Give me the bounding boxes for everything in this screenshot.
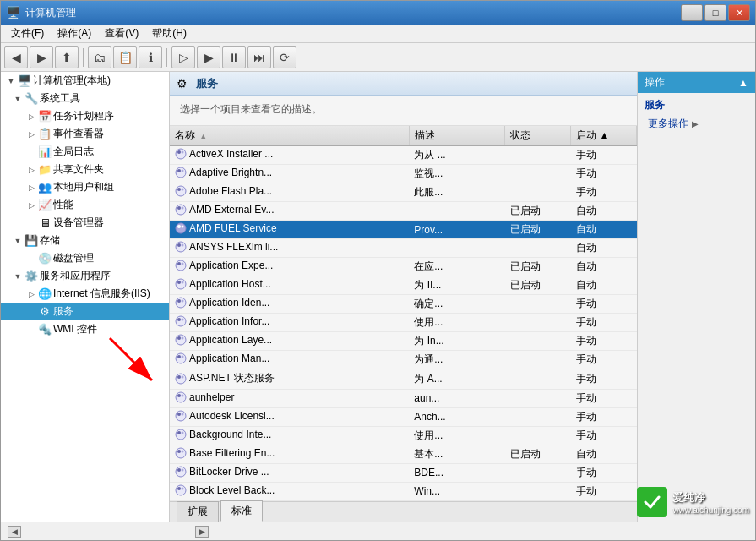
tree-event-viewer[interactable]: ▷ 📋 事件查看器 <box>1 125 169 143</box>
pause-icon: ⏸ <box>228 51 240 64</box>
tree-task-scheduler[interactable]: ▷ 📅 任务计划程序 <box>1 107 169 125</box>
svg-point-28 <box>177 318 181 321</box>
forward-button[interactable]: ▶ <box>30 46 53 68</box>
local-users-icon: 👥 <box>38 181 52 194</box>
tree-storage[interactable]: ▼ 💾 存储 <box>1 232 169 249</box>
service-list[interactable]: 名称 ▲ 描述 状态 启动 ▲ <box>170 126 637 501</box>
table-row[interactable]: aunhelper aun...手动 <box>170 389 637 407</box>
toolbar: ◀ ▶ ⬆ 🗂 📋 ℹ ▷ ▶ ⏸ ⏭ ⟳ <box>1 43 755 72</box>
tree-local-users[interactable]: ▷ 👥 本地用户和组 <box>1 178 169 196</box>
service-status-cell <box>505 183 571 202</box>
service-desc-cell: 为通... <box>409 351 504 369</box>
service-name-cell: Adobe Flash Pla... <box>170 183 409 202</box>
col-header-status[interactable]: 状态 <box>505 126 571 146</box>
table-row[interactable]: Application Laye... 为 In...手动 <box>170 332 637 351</box>
disk-management-icon: 💿 <box>38 252 52 265</box>
table-row[interactable]: Adaptive Brightn... 监视...手动 <box>170 165 637 183</box>
table-header-row: 名称 ▲ 描述 状态 启动 ▲ <box>170 126 637 146</box>
svg-point-40 <box>177 394 181 397</box>
service-status-cell <box>505 389 571 407</box>
svg-point-19 <box>177 262 181 265</box>
tree-disk-management[interactable]: 💿 磁盘管理 <box>1 249 169 267</box>
col-header-desc[interactable]: 描述 <box>409 126 504 146</box>
resume-button[interactable]: ⏭ <box>247 46 271 68</box>
actions-collapse-icon[interactable]: ▲ <box>738 77 748 89</box>
table-row[interactable]: AMD FUEL Service Prov...已启动自动 <box>170 221 637 239</box>
shared-folders-icon: 📁 <box>38 163 52 177</box>
actions-title: 操作 <box>645 75 665 90</box>
menu-view[interactable]: 查看(V) <box>98 25 145 42</box>
col-header-name[interactable]: 名称 ▲ <box>170 126 409 146</box>
show-hide-button[interactable]: 🗂 <box>88 46 111 68</box>
svg-point-27 <box>176 316 186 326</box>
tree-device-manager[interactable]: 🖥 设备管理器 <box>1 214 169 232</box>
service-desc-cell <box>409 202 504 221</box>
service-name-cell: aunhelper <box>170 389 409 407</box>
minimize-button[interactable]: — <box>681 4 703 21</box>
svg-point-11 <box>182 207 184 210</box>
up-button[interactable]: ⬆ <box>55 46 79 68</box>
service-startup-cell: 自动 <box>571 202 637 221</box>
tree-wmi[interactable]: 🔩 WMI 控件 <box>1 320 169 338</box>
table-row[interactable]: ANSYS FLEXlm li... 自动 <box>170 239 637 258</box>
table-row[interactable]: ActiveX Installer ... 为从 ...手动 <box>170 146 637 165</box>
service-startup-cell: 手动 <box>571 407 637 426</box>
table-row[interactable]: Background Inte... 使用...手动 <box>170 426 637 445</box>
table-row[interactable]: Block Level Back... Win...手动 <box>170 482 637 500</box>
tree-global-log[interactable]: 📊 全局日志 <box>1 143 169 161</box>
stop-button[interactable]: ▶ <box>197 46 220 68</box>
table-row[interactable]: Application Expe... 在应...已启动自动 <box>170 258 637 276</box>
svg-point-13 <box>177 225 181 228</box>
back-button[interactable]: ◀ <box>4 46 28 68</box>
tree-services[interactable]: ⚙ 服务 <box>1 303 169 320</box>
expand-event: ▷ <box>24 130 38 139</box>
status-nav-prev[interactable]: ◀ <box>8 526 21 538</box>
service-startup-cell: 手动 <box>571 295 637 314</box>
table-row[interactable]: Application Infor... 使用...手动 <box>170 314 637 332</box>
service-name-cell: Base Filtering En... <box>170 445 409 463</box>
service-startup-cell: 手动 <box>571 351 637 369</box>
tree-iis[interactable]: ▷ 🌐 Internet 信息服务(IIS) <box>1 285 169 303</box>
status-nav-next[interactable]: ▶ <box>195 526 209 538</box>
menu-file[interactable]: 文件(F) <box>4 25 51 42</box>
table-row[interactable]: Base Filtering En... 基本...已启动自动 <box>170 445 637 463</box>
tree-view-button[interactable]: 📋 <box>113 46 137 68</box>
table-row[interactable]: ASP.NET 状态服务 为 A...手动 <box>170 369 637 390</box>
tree-shared-folders[interactable]: ▷ 📁 共享文件夹 <box>1 161 169 178</box>
table-row[interactable]: Application Man... 为通...手动 <box>170 351 637 369</box>
tab-standard[interactable]: 标准 <box>220 500 263 522</box>
watermark-line1: 爱纯净 <box>672 490 749 505</box>
table-row[interactable]: BitLocker Drive ... BDE...手动 <box>170 463 637 482</box>
properties-button[interactable]: ℹ <box>139 46 162 68</box>
service-startup-cell: 手动 <box>571 369 637 390</box>
expand-iis: ▷ <box>24 290 38 298</box>
col-header-startup[interactable]: 启动 ▲ <box>571 126 637 146</box>
menu-help[interactable]: 帮助(H) <box>145 25 193 42</box>
maximize-button[interactable]: □ <box>704 4 726 21</box>
action-more-operations[interactable]: 更多操作 ▶ <box>638 114 755 134</box>
bottom-tabs: 扩展 标准 <box>170 501 637 522</box>
service-desc-cell: 使用... <box>409 426 504 445</box>
tree-services-apps[interactable]: ▼ ⚙️ 服务和应用程序 <box>1 267 169 285</box>
expand-root: ▼ <box>4 77 18 85</box>
services-header-icon: ⚙ <box>177 77 188 90</box>
table-row[interactable]: Autodesk Licensi... Anch...手动 <box>170 407 637 426</box>
svg-point-33 <box>176 353 186 363</box>
table-row[interactable]: Application Host... 为 II...已启动自动 <box>170 276 637 295</box>
tab-expand[interactable]: 扩展 <box>177 501 219 522</box>
table-row[interactable]: AMD External Ev... 已启动自动 <box>170 202 637 221</box>
menu-action[interactable]: 操作(A) <box>51 25 98 42</box>
pause-button[interactable]: ⏸ <box>222 46 246 68</box>
tree-performance[interactable]: ▷ 📈 性能 <box>1 196 169 214</box>
table-row[interactable]: Adobe Flash Pla... 此服...手动 <box>170 183 637 202</box>
restart-button[interactable]: ⟳ <box>273 46 296 68</box>
service-name-cell: Block Level Back... <box>170 482 409 500</box>
tree-system-tools[interactable]: ▼ 🔧 系统工具 <box>1 90 169 107</box>
tree-root[interactable]: ▼ 🖥️ 计算机管理(本地) <box>1 72 169 90</box>
service-startup-cell: 自动 <box>571 239 637 258</box>
service-name-cell: Application Host... <box>170 276 409 295</box>
close-button[interactable]: ✕ <box>728 4 750 21</box>
main-area: ▼ 🖥️ 计算机管理(本地) ▼ 🔧 系统工具 ▷ 📅 任务计划程序 ▷ 📋 事… <box>1 72 755 522</box>
start-button[interactable]: ▷ <box>171 46 195 68</box>
table-row[interactable]: Application Iden... 确定...手动 <box>170 295 637 314</box>
